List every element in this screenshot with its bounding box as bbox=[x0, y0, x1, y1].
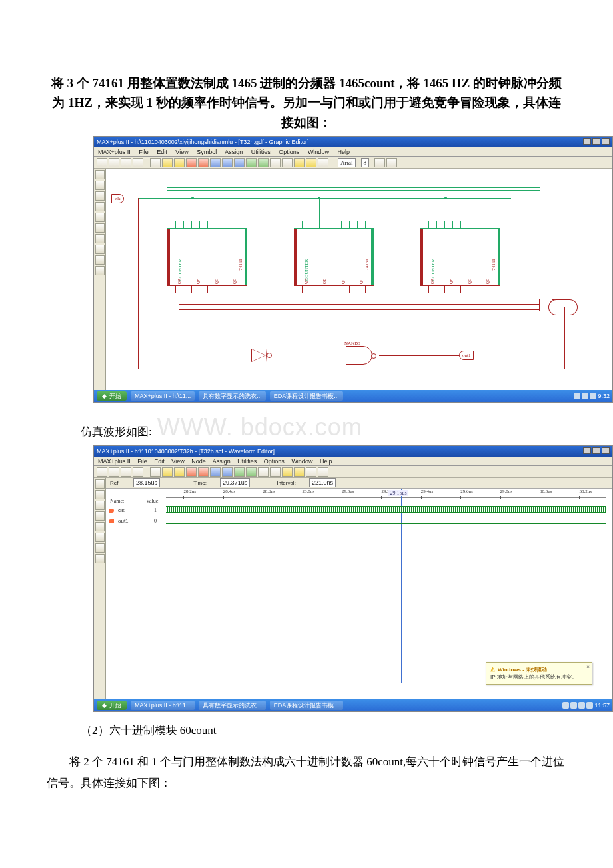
tool-button[interactable] bbox=[174, 467, 185, 477]
tool-button[interactable] bbox=[270, 467, 281, 477]
window-controls[interactable] bbox=[583, 446, 610, 457]
tool-button[interactable] bbox=[234, 467, 245, 477]
tool-button[interactable] bbox=[109, 158, 119, 167]
tool-button[interactable] bbox=[174, 158, 185, 167]
menu-item[interactable]: Assign bbox=[225, 149, 243, 155]
tray-icon[interactable] bbox=[578, 702, 585, 709]
signal-name-out1[interactable]: out1 bbox=[106, 518, 146, 524]
tool-button[interactable] bbox=[294, 158, 305, 167]
tray-icon[interactable] bbox=[570, 702, 577, 709]
tool-button[interactable] bbox=[121, 467, 131, 477]
tool-button[interactable] bbox=[109, 467, 119, 477]
palette-button[interactable] bbox=[95, 255, 105, 265]
palette-button[interactable] bbox=[95, 234, 105, 243]
menu-bar[interactable]: MAX+plus II File Edit View Symbol Assign… bbox=[94, 147, 612, 157]
tool-button[interactable] bbox=[258, 467, 269, 477]
toolbar[interactable]: Arial 8 bbox=[94, 157, 612, 169]
tool-button[interactable] bbox=[282, 158, 293, 167]
taskbar-task[interactable]: MAX+plus II - h:\11... bbox=[131, 391, 195, 401]
menu-item[interactable]: Symbol bbox=[197, 149, 217, 155]
menu-bar[interactable]: MAX+plus II File Edit View Node Assign U… bbox=[94, 457, 612, 466]
palette-button[interactable] bbox=[95, 181, 105, 190]
menu-item[interactable]: Options bbox=[279, 149, 299, 155]
menu-item[interactable]: Node bbox=[191, 458, 206, 465]
palette-button[interactable] bbox=[95, 479, 105, 489]
menu-item[interactable]: MAX+plus II bbox=[98, 458, 131, 465]
menu-item[interactable]: Edit bbox=[157, 149, 167, 155]
waveform-canvas[interactable]: Ref: 28.15us Time: 29.371us Interval: 22… bbox=[106, 478, 612, 699]
tool-button[interactable] bbox=[186, 158, 197, 167]
menu-item[interactable]: File bbox=[137, 458, 147, 465]
tool-button[interactable] bbox=[294, 467, 305, 477]
palette-button[interactable] bbox=[95, 202, 105, 211]
menu-item[interactable]: Assign bbox=[213, 458, 231, 465]
tool-button[interactable] bbox=[222, 467, 233, 477]
tool-button[interactable] bbox=[198, 158, 209, 167]
menu-item[interactable]: Help bbox=[337, 149, 350, 155]
tool-button[interactable] bbox=[186, 467, 197, 477]
menu-item[interactable]: Utilities bbox=[237, 458, 257, 465]
schematic-canvas[interactable]: clk COUNTER 74161 QAQBQCQD C bbox=[106, 169, 612, 390]
tool-button[interactable] bbox=[150, 467, 161, 477]
tool-button[interactable] bbox=[246, 467, 257, 477]
close-icon[interactable]: × bbox=[586, 663, 590, 670]
tool-button[interactable] bbox=[386, 158, 397, 167]
menu-item[interactable]: Edit bbox=[154, 458, 165, 465]
menu-item[interactable]: MAX+plus II bbox=[98, 149, 131, 155]
taskbar-task[interactable]: 具有数字显示的洗衣... bbox=[199, 701, 266, 710]
windows-taskbar[interactable]: ◆ 开始 MAX+plus II - h:\11... 具有数字显示的洗衣...… bbox=[94, 699, 612, 711]
tool-button[interactable] bbox=[258, 158, 269, 167]
palette-button[interactable] bbox=[95, 490, 105, 499]
tray-icon[interactable] bbox=[590, 393, 596, 399]
tool-button[interactable] bbox=[162, 158, 173, 167]
tool-button[interactable] bbox=[162, 467, 173, 477]
tool-button[interactable] bbox=[318, 158, 328, 167]
taskbar-task[interactable]: MAX+plus II - h:\11... bbox=[131, 701, 195, 710]
tool-button[interactable] bbox=[374, 158, 385, 167]
palette-button[interactable] bbox=[95, 213, 105, 222]
palette-button[interactable] bbox=[95, 223, 105, 233]
ref-value[interactable]: 28.15us bbox=[133, 478, 160, 487]
palette-button[interactable] bbox=[95, 533, 105, 542]
menu-item[interactable]: Help bbox=[320, 458, 332, 465]
taskbar-task[interactable]: 具有数字显示的洗衣... bbox=[199, 391, 266, 401]
menu-item[interactable]: File bbox=[139, 149, 149, 155]
tray-icon[interactable] bbox=[586, 702, 593, 709]
tool-button[interactable] bbox=[210, 158, 221, 167]
palette-button[interactable] bbox=[95, 266, 105, 275]
tool-button[interactable] bbox=[121, 158, 131, 167]
tool-button[interactable] bbox=[318, 467, 328, 477]
tool-button[interactable] bbox=[150, 158, 161, 167]
tray-icon[interactable] bbox=[582, 393, 588, 399]
tool-button[interactable] bbox=[133, 467, 143, 477]
palette-button[interactable] bbox=[95, 522, 105, 531]
toolbar[interactable] bbox=[94, 466, 612, 478]
tool-button[interactable] bbox=[210, 467, 221, 477]
tool-button[interactable] bbox=[246, 158, 257, 167]
tray-icon[interactable] bbox=[574, 393, 580, 399]
system-tray[interactable]: 11:57 bbox=[562, 702, 610, 709]
taskbar-task[interactable]: EDA课程设计报告书模... bbox=[270, 701, 343, 710]
tray-icon[interactable] bbox=[562, 702, 569, 709]
tool-button[interactable] bbox=[97, 158, 107, 167]
font-select[interactable]: Arial bbox=[338, 158, 356, 167]
window-controls[interactable] bbox=[583, 137, 610, 147]
tool-button[interactable] bbox=[198, 467, 209, 477]
tool-button[interactable] bbox=[97, 467, 107, 477]
start-button[interactable]: ◆ 开始 bbox=[97, 391, 127, 401]
palette-button[interactable] bbox=[95, 501, 105, 510]
menu-item[interactable]: Window bbox=[291, 458, 312, 465]
palette-button[interactable] bbox=[95, 543, 105, 553]
left-tool-palette[interactable] bbox=[94, 478, 106, 699]
menu-item[interactable]: Options bbox=[264, 458, 285, 465]
menu-item[interactable]: Window bbox=[308, 149, 329, 155]
start-button[interactable]: ◆ 开始 bbox=[97, 701, 127, 710]
palette-button[interactable] bbox=[95, 170, 105, 179]
menu-item[interactable]: View bbox=[171, 458, 184, 465]
palette-button[interactable] bbox=[95, 511, 105, 521]
tool-button[interactable] bbox=[270, 158, 281, 167]
menu-item[interactable]: View bbox=[175, 149, 188, 155]
palette-button[interactable] bbox=[95, 191, 105, 201]
windows-taskbar[interactable]: ◆ 开始 MAX+plus II - h:\11... 具有数字显示的洗衣...… bbox=[94, 390, 612, 402]
system-tray[interactable]: 9:32 bbox=[574, 393, 610, 399]
